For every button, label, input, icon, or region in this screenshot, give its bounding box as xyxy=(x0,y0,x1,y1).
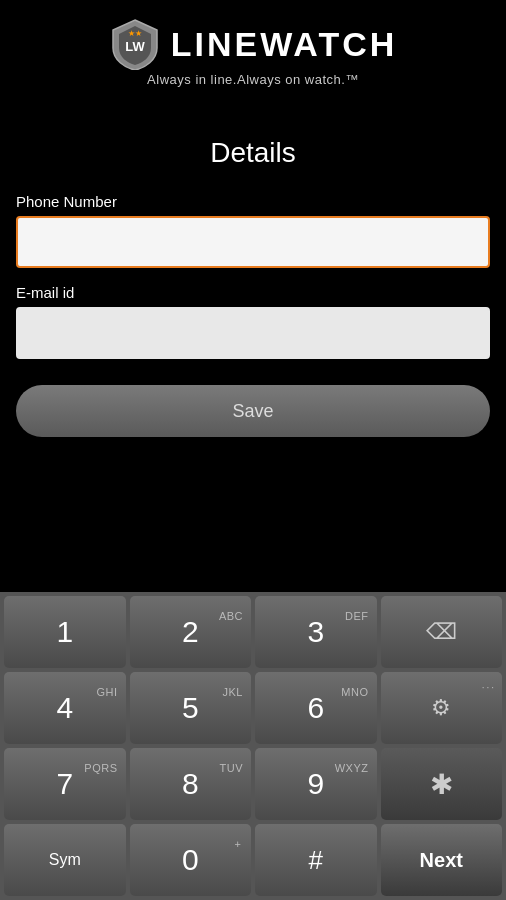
phone-input[interactable] xyxy=(16,216,490,268)
form-area: Details Phone Number E-mail id Save xyxy=(0,97,506,457)
phone-field-group: Phone Number xyxy=(16,193,490,268)
keyboard-row-2: 4 GHI 5 JKL 6 MNO ··· ⚙ xyxy=(4,672,502,744)
phone-label: Phone Number xyxy=(16,193,490,210)
key-hash[interactable]: # xyxy=(255,824,377,896)
key-backspace[interactable]: ⌫ xyxy=(381,596,503,668)
email-field-group: E-mail id xyxy=(16,284,490,359)
key-7[interactable]: 7 PQRS xyxy=(4,748,126,820)
keyboard-row-3: 7 PQRS 8 TUV 9 WXYZ ✱ xyxy=(4,748,502,820)
svg-text:LW: LW xyxy=(125,39,145,54)
next-button[interactable]: Next xyxy=(381,824,503,896)
email-input[interactable] xyxy=(16,307,490,359)
key-0[interactable]: 0 + xyxy=(130,824,252,896)
key-4[interactable]: 4 GHI xyxy=(4,672,126,744)
keyboard-row-1: 1 2 ABC 3 DEF ⌫ xyxy=(4,596,502,668)
form-title: Details xyxy=(16,137,490,169)
svg-text:★★: ★★ xyxy=(128,29,142,38)
key-5[interactable]: 5 JKL xyxy=(130,672,252,744)
logo-row: LW ★★ LINEWATCH xyxy=(109,18,398,70)
key-9[interactable]: 9 WXYZ xyxy=(255,748,377,820)
key-3[interactable]: 3 DEF xyxy=(255,596,377,668)
key-2[interactable]: 2 ABC xyxy=(130,596,252,668)
save-button[interactable]: Save xyxy=(16,385,490,437)
key-sym[interactable]: Sym xyxy=(4,824,126,896)
email-label: E-mail id xyxy=(16,284,490,301)
key-settings[interactable]: ··· ⚙ xyxy=(381,672,503,744)
key-8[interactable]: 8 TUV xyxy=(130,748,252,820)
app-header: LW ★★ LINEWATCH Always in line.Always on… xyxy=(0,0,506,97)
shield-icon: LW ★★ xyxy=(109,18,161,70)
keyboard: 1 2 ABC 3 DEF ⌫ 4 GHI 5 JKL 6 MNO ··· ⚙ xyxy=(0,592,506,900)
key-6[interactable]: 6 MNO xyxy=(255,672,377,744)
logo-text: LINEWATCH xyxy=(171,25,398,64)
key-1[interactable]: 1 xyxy=(4,596,126,668)
key-star[interactable]: ✱ xyxy=(381,748,503,820)
tagline: Always in line.Always on watch.™ xyxy=(147,72,359,87)
keyboard-row-4: Sym 0 + # Next xyxy=(4,824,502,896)
